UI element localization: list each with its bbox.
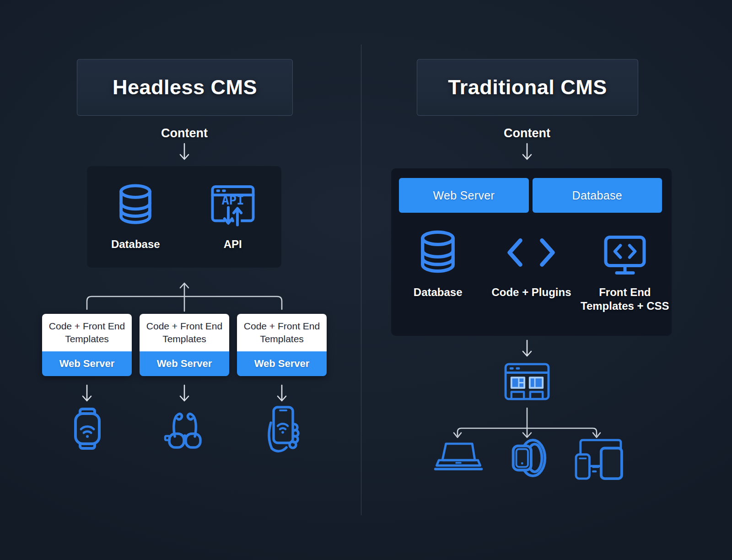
database-button: Database [533, 178, 662, 213]
browser-window-icon [504, 362, 550, 402]
server-box-3-bottom-label: Web Server [237, 351, 327, 376]
arrow-down-icon [276, 384, 287, 404]
stack-buttons-row: Web Server Database [399, 178, 662, 213]
web-server-button: Web Server [399, 178, 529, 213]
stack-icons-row: Database Code + Plugins [391, 229, 672, 313]
headless-database-item: Database [87, 166, 184, 268]
database-icon [414, 229, 462, 276]
server-box-1-top-label: Code + Front End Templates [42, 314, 132, 351]
phone-in-hand-icon [260, 404, 302, 453]
server-box-2: Code + Front End Templates Web Server [140, 314, 229, 376]
headless-data-box: Database API API [87, 166, 281, 268]
arrow-down-icon [179, 143, 190, 163]
laptop-icon [433, 442, 484, 474]
traditional-stack-box: Web Server Database Database [391, 168, 672, 336]
database-icon [113, 183, 158, 227]
headless-cms-title: Headless CMS [113, 75, 257, 99]
smart-glasses-icon [161, 410, 209, 452]
stack-code-label: Code + Plugins [491, 285, 571, 299]
arrow-down-icon [179, 384, 190, 404]
headless-api-item: API API [184, 166, 282, 268]
center-divider [361, 44, 361, 515]
smartwatch-icon [68, 407, 107, 450]
smartwatch-side-icon [507, 436, 550, 480]
headless-content-label: Content [116, 126, 253, 140]
frontend-monitor-icon [602, 233, 648, 276]
server-box-3-top-label: Code + Front End Templates [237, 314, 327, 351]
traditional-cms-title: Traditional CMS [448, 75, 607, 99]
headless-cms-title-box: Headless CMS [77, 59, 293, 116]
traditional-cms-title-box: Traditional CMS [417, 59, 638, 116]
api-icon-text: API [221, 193, 244, 207]
server-box-1: Code + Front End Templates Web Server [42, 314, 132, 376]
server-box-2-bottom-label: Web Server [140, 351, 229, 376]
server-box-1-bottom-label: Web Server [42, 351, 132, 376]
stack-code-item: Code + Plugins [484, 229, 578, 313]
database-label: Database [111, 237, 160, 251]
stack-frontend-label: Front End Templates + CSS [578, 285, 672, 313]
code-icon [504, 237, 558, 269]
server-box-3: Code + Front End Templates Web Server [237, 314, 327, 376]
arrow-down-icon [522, 143, 533, 163]
arrow-down-icon [81, 384, 92, 404]
bracket-up-arrow [81, 278, 287, 313]
server-box-2-top-label: Code + Front End Templates [140, 314, 229, 351]
stack-database-label: Database [414, 285, 463, 299]
multi-device-icon [573, 437, 624, 480]
stack-database-item: Database [391, 229, 484, 313]
arrow-down-icon [522, 339, 533, 360]
stack-frontend-item: Front End Templates + CSS [578, 229, 672, 313]
traditional-content-label: Content [458, 126, 596, 140]
api-label: API [224, 237, 242, 251]
cms-comparison-diagram: Headless CMS Content Database [0, 0, 732, 560]
api-icon: API [210, 183, 256, 227]
